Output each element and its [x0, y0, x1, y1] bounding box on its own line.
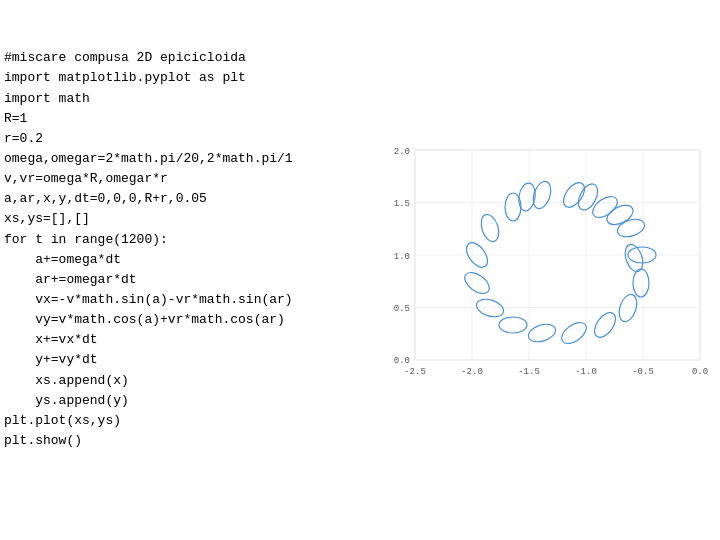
svg-text:-2.0: -2.0 — [461, 367, 483, 377]
code-line: import math — [4, 89, 356, 109]
code-line: for t in range(1200): — [4, 230, 356, 250]
svg-text:1.5: 1.5 — [394, 199, 410, 209]
code-line: v,vr=omega*R,omegar*r — [4, 169, 356, 189]
plot-panel: 2.0 1.5 1.0 0.5 0.0 -2.5 -2.0 -1.5 -1.0 … — [360, 0, 720, 540]
code-line: plt.plot(xs,ys) — [4, 411, 356, 431]
code-line: r=0.2 — [4, 129, 356, 149]
code-line: a,ar,x,y,dt=0,0,0,R+r,0.05 — [4, 189, 356, 209]
code-line: plt.show() — [4, 431, 356, 451]
svg-text:2.0: 2.0 — [394, 147, 410, 157]
code-lines: #miscare compusa 2D epicicloidaimport ma… — [4, 48, 356, 451]
code-line: ys.append(y) — [4, 391, 356, 411]
plot-svg: 2.0 1.5 1.0 0.5 0.0 -2.5 -2.0 -1.5 -1.0 … — [370, 140, 710, 400]
code-line: vy=v*math.cos(a)+vr*math.cos(ar) — [4, 310, 356, 330]
svg-text:-1.5: -1.5 — [518, 367, 540, 377]
svg-text:-0.5: -0.5 — [632, 367, 654, 377]
code-panel: #miscare compusa 2D epicicloidaimport ma… — [0, 0, 360, 540]
svg-text:0.0: 0.0 — [692, 367, 708, 377]
svg-text:0.0: 0.0 — [394, 356, 410, 366]
code-line: xs.append(x) — [4, 371, 356, 391]
svg-text:-1.0: -1.0 — [575, 367, 597, 377]
svg-text:0.5: 0.5 — [394, 304, 410, 314]
code-line: R=1 — [4, 109, 356, 129]
svg-text:1.0: 1.0 — [394, 252, 410, 262]
code-line: import matplotlib.pyplot as plt — [4, 68, 356, 88]
code-line: #miscare compusa 2D epicicloida — [4, 48, 356, 68]
code-line: a+=omega*dt — [4, 250, 356, 270]
code-line: omega,omegar=2*math.pi/20,2*math.pi/1 — [4, 149, 356, 169]
svg-text:-2.5: -2.5 — [404, 367, 426, 377]
code-line: y+=vy*dt — [4, 350, 356, 370]
code-line: xs,ys=[],[] — [4, 209, 356, 229]
code-line: ar+=omegar*dt — [4, 270, 356, 290]
code-line: vx=-v*math.sin(a)-vr*math.sin(ar) — [4, 290, 356, 310]
code-line: x+=vx*dt — [4, 330, 356, 350]
